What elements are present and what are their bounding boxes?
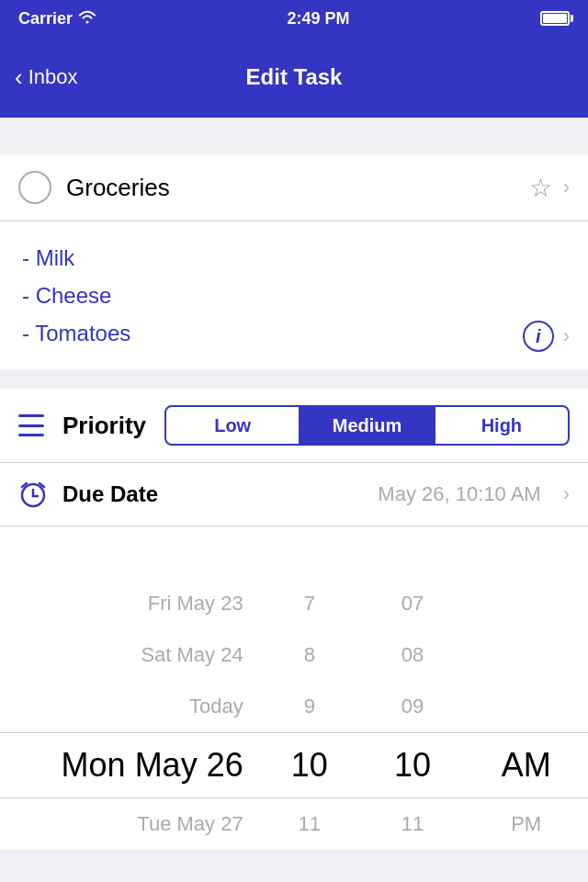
- chevron-left-icon: ‹: [15, 65, 23, 89]
- back-label: Inbox: [28, 65, 78, 89]
- picker-row-3: Today 9 09: [0, 681, 588, 732]
- clock-time: 2:49 PM: [288, 9, 350, 28]
- picker-minute-2: 08: [361, 643, 464, 667]
- picker-hour-5: 11: [258, 812, 361, 836]
- status-bar: Carrier 2:49 PM: [0, 0, 588, 37]
- picker-hour-4: 10: [258, 746, 361, 785]
- due-date-row[interactable]: Due Date May 26, 10:10 AM ›: [0, 463, 588, 526]
- date-picker[interactable]: Fri May 23 7 07 Sat May 24 8 08 Today 9 …: [0, 526, 588, 850]
- star-icon[interactable]: ☆: [529, 173, 552, 203]
- priority-label: Priority: [62, 412, 146, 440]
- carrier-label: Carrier: [18, 9, 73, 28]
- priority-low-button[interactable]: Low: [166, 407, 300, 444]
- due-date-value: May 26, 10:10 AM: [173, 482, 541, 506]
- back-button[interactable]: ‹ Inbox: [15, 65, 78, 89]
- priority-row: Priority Low Medium High: [0, 389, 588, 463]
- task-detail-chevron-icon: ›: [563, 175, 570, 199]
- task-title-row[interactable]: Groceries ☆ ›: [0, 154, 588, 221]
- section-gap-mid: [0, 370, 588, 389]
- picker-date-4: Mon May 26: [0, 746, 258, 785]
- picker-minute-4: 10: [361, 746, 464, 785]
- picker-row-0: [0, 526, 588, 578]
- carrier-wifi: Carrier: [18, 9, 96, 28]
- picker-hour-2: 8: [258, 643, 361, 667]
- task-title-text: Groceries: [66, 174, 529, 202]
- picker-hour-1: 7: [258, 592, 361, 616]
- picker-ampm-4: AM: [464, 746, 588, 785]
- priority-high-button[interactable]: High: [435, 407, 568, 444]
- picker-row-5: Tue May 27 11 11 PM: [0, 798, 588, 850]
- picker-row-2: Sat May 24 8 08: [0, 629, 588, 681]
- priority-section: Priority Low Medium High Due Date May 26…: [0, 389, 588, 526]
- picker-row-4: Mon May 26 10 10 AM: [0, 732, 588, 798]
- due-date-chevron-icon: ›: [563, 482, 570, 506]
- info-icon[interactable]: i: [523, 321, 554, 352]
- picker-date-5: Tue May 27: [0, 812, 258, 836]
- battery-icon: [540, 11, 570, 26]
- priority-medium-button[interactable]: Medium: [300, 407, 435, 444]
- picker-date-1: Fri May 23: [0, 592, 258, 616]
- picker-row-1: Fri May 23 7 07: [0, 578, 588, 629]
- wifi-icon: [78, 9, 96, 28]
- task-complete-circle[interactable]: [18, 171, 51, 204]
- picker-date-2: Sat May 24: [0, 643, 258, 667]
- picker-minute-1: 07: [361, 592, 464, 616]
- priority-icon: [18, 414, 44, 436]
- notes-actions: i ›: [523, 321, 570, 352]
- due-date-label: Due Date: [62, 481, 158, 507]
- picker-minute-5: 11: [361, 812, 464, 836]
- picker-ampm-5: PM: [464, 812, 588, 836]
- notes-chevron-icon: ›: [563, 324, 570, 348]
- picker-minute-3: 09: [361, 695, 464, 718]
- notes-text: - Milk- Cheese- Tomatoes: [22, 240, 566, 352]
- picker-hour-3: 9: [258, 695, 361, 718]
- priority-segmented-control: Low Medium High: [164, 405, 570, 446]
- picker-date-3: Today: [0, 695, 258, 718]
- nav-bar: ‹ Inbox Edit Task: [0, 37, 588, 118]
- notes-row[interactable]: - Milk- Cheese- Tomatoes i ›: [0, 221, 588, 370]
- nav-title: Edit Task: [246, 64, 343, 90]
- alarm-icon: [18, 480, 48, 509]
- section-gap-top: [0, 118, 588, 154]
